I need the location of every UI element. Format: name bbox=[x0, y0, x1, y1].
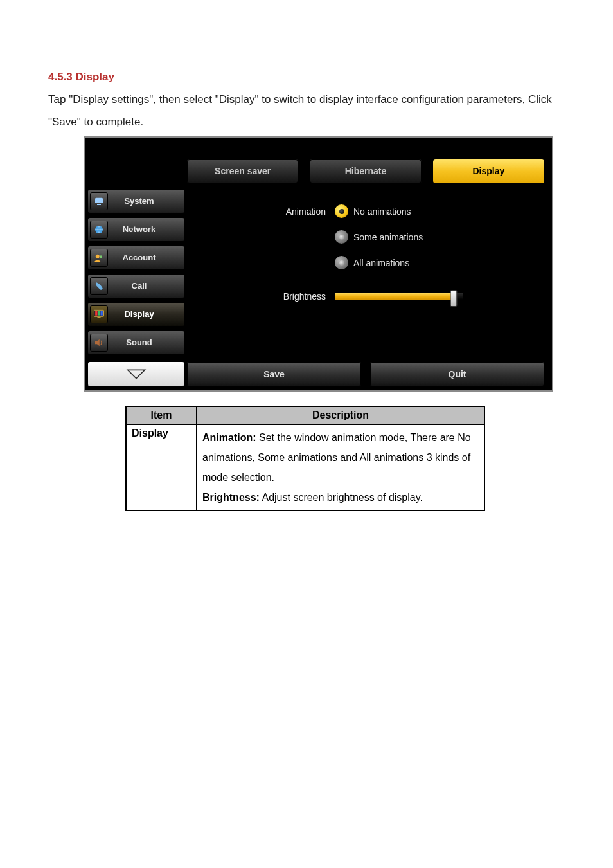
svg-rect-0 bbox=[95, 197, 103, 203]
sidebar-item-call[interactable]: Call bbox=[88, 275, 184, 298]
sidebar-label: Call bbox=[113, 281, 184, 291]
section-heading: 4.5.3 Display bbox=[48, 71, 565, 84]
save-button[interactable]: Save bbox=[187, 362, 361, 386]
tab-hibernate[interactable]: Hibernate bbox=[310, 159, 421, 183]
radio-label: No animations bbox=[353, 206, 411, 217]
desc-bright-label: Brightness: bbox=[202, 492, 260, 503]
svg-rect-9 bbox=[98, 317, 101, 318]
sidebar-label: Display bbox=[113, 309, 184, 319]
tab-display[interactable]: Display bbox=[433, 159, 544, 183]
svg-rect-7 bbox=[98, 311, 100, 316]
sidebar-label: Account bbox=[113, 253, 184, 262]
sidebar-item-system[interactable]: System bbox=[88, 190, 184, 213]
table-desc-cell: Animation: Set the window animation mode… bbox=[197, 424, 484, 511]
system-icon bbox=[90, 192, 108, 210]
globe-icon bbox=[90, 221, 108, 239]
svg-rect-6 bbox=[95, 311, 97, 316]
sidebar-item-display[interactable]: Display bbox=[88, 303, 184, 326]
svg-point-4 bbox=[100, 255, 103, 258]
table-head-description: Description bbox=[197, 406, 484, 424]
brightness-slider[interactable] bbox=[335, 293, 463, 300]
svg-rect-1 bbox=[97, 204, 101, 205]
svg-marker-10 bbox=[128, 370, 145, 378]
radio-label: Some animations bbox=[353, 232, 423, 242]
description-table: Item Description Display Animation: Set … bbox=[125, 406, 485, 512]
sidebar-label: Network bbox=[113, 224, 184, 234]
display-icon bbox=[90, 305, 108, 323]
radio-label: All animations bbox=[353, 258, 409, 268]
sound-icon bbox=[90, 334, 108, 352]
quit-button[interactable]: Quit bbox=[370, 362, 544, 386]
phone-icon bbox=[90, 277, 108, 295]
sidebar-scroll-down[interactable] bbox=[88, 362, 184, 386]
brightness-label: Brightness bbox=[193, 291, 335, 302]
sidebar-item-account[interactable]: Account bbox=[88, 246, 184, 269]
tab-screensaver[interactable]: Screen saver bbox=[187, 159, 298, 183]
sidebar-label: System bbox=[113, 196, 184, 206]
animation-label: Animation bbox=[193, 206, 335, 217]
sidebar-item-sound[interactable]: Sound bbox=[88, 331, 184, 354]
table-item-cell: Display bbox=[126, 424, 197, 511]
radio-all-animations[interactable] bbox=[335, 256, 348, 269]
account-icon bbox=[90, 249, 108, 267]
chevron-down-icon bbox=[125, 368, 147, 381]
desc-bright-text: Adjust screen brightness of display. bbox=[260, 492, 423, 503]
radio-no-animations[interactable] bbox=[335, 204, 348, 218]
svg-rect-8 bbox=[101, 311, 103, 316]
svg-point-3 bbox=[96, 254, 100, 258]
radio-some-animations[interactable] bbox=[335, 230, 348, 244]
table-head-item: Item bbox=[126, 406, 197, 424]
sidebar-item-network[interactable]: Network bbox=[88, 218, 184, 241]
intro-text: Tap "Display settings", then select "Dis… bbox=[48, 89, 565, 134]
desc-anim-label: Animation: bbox=[202, 432, 256, 443]
slider-thumb[interactable] bbox=[450, 290, 458, 307]
device-screenshot: Screen saver Hibernate Display System bbox=[84, 136, 553, 392]
sidebar-label: Sound bbox=[113, 338, 184, 347]
